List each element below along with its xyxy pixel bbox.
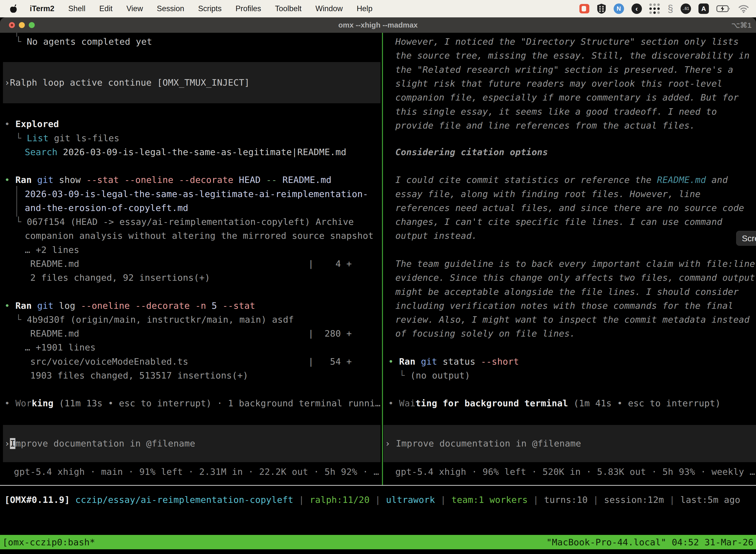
omx-version: [OMX#0.11.9] (4, 495, 70, 505)
screen: iTerm2 Shell Edit View Session Scripts P… (0, 0, 756, 554)
ran-git-show-line: • Ran git show --stat --oneline --decora… (4, 174, 332, 185)
reasoning-para2-line4: changes, I can't cite specific file line… (395, 216, 722, 227)
waiting-status-line: • Waiting for background terminal (1m 41… (388, 398, 720, 409)
reasoning-para1-line1: However, I noticed the "Directory Struct… (395, 36, 739, 47)
reasoning-heading: Considering citation options (395, 147, 548, 158)
pane-divider[interactable] (382, 33, 383, 485)
left-pane[interactable]: └ No agents completed yet › Ralph loop a… (0, 33, 381, 554)
reasoning-para1-line6: this single essay, it seems like a good … (395, 106, 717, 117)
menu-item-iterm2[interactable]: iTerm2 (24, 4, 61, 13)
omx-turns: turns:10 (544, 495, 588, 505)
menu-item-toolbelt[interactable]: Toolbelt (268, 4, 309, 13)
wifi-icon[interactable] (738, 4, 749, 13)
right-prompt-input[interactable]: › Improve documentation in @filename (383, 425, 756, 462)
menu-status-icons: N ‹ § ..61 A (579, 3, 756, 14)
menu-item-shell[interactable]: Shell (61, 4, 92, 13)
badge-61-icon[interactable]: ..61 (681, 3, 691, 14)
screen-share-tooltip[interactable]: Scre (736, 231, 756, 246)
reasoning-para1-line7: provide file and line references from th… (395, 120, 695, 131)
summary-513517-insertions: 1903 files changed, 513517 insertions(+) (30, 370, 248, 381)
no-agents-line: └ No agents completed yet (16, 36, 152, 47)
shield-grid-icon[interactable] (597, 3, 606, 14)
reasoning-para1-line5: companion file, especially if more comme… (395, 92, 739, 103)
no-output-line: └ (no output) (399, 370, 470, 381)
squiggle-icon[interactable]: § (668, 4, 673, 14)
terminal-area: └ No agents completed yet › Ralph loop a… (0, 33, 756, 554)
omx-team: team:1 workers (451, 495, 528, 505)
menu-item-scripts[interactable]: Scripts (191, 4, 229, 13)
left-prompt-input[interactable]: › Improve documentation in @filename (3, 425, 380, 462)
explored-list-line: └ List git ls-files (16, 133, 120, 144)
working-status-line: • Working (11m 13s • esc to interrupt) ·… (4, 398, 380, 409)
reasoning-para3-line4: including verification notes with those … (395, 300, 733, 311)
essay-filename-line-1: 2026-03-09-is-legal-the-same-as-legitima… (25, 189, 368, 200)
n-badge-icon[interactable]: N (614, 3, 624, 14)
reasoning-para3-line6: of focusing solely on file lines. (395, 328, 575, 339)
omx-mode: ultrawork (386, 495, 435, 505)
readme-link[interactable]: README.md (657, 175, 706, 185)
a-badge-icon[interactable]: A (698, 3, 709, 14)
reasoning-para1-line4: slight risk that future readers may over… (395, 78, 722, 89)
omx-last: last:5m ago (680, 495, 740, 505)
tmux-status-bar: [omx-cczip0:bash*"MacBook-Pro-44.local" … (0, 535, 756, 549)
reasoning-para3-line2: evidence. Since this change only affects… (395, 272, 755, 283)
window-titlebar: omx --xhigh --madmax ⌥⌘1 (0, 17, 756, 33)
reasoning-para2-line3: references need actual files, and since … (395, 203, 744, 214)
window-title: omx --xhigh --madmax (0, 17, 756, 33)
menu-items: iTerm2 Shell Edit View Session Scripts P… (24, 4, 379, 13)
ran-git-status-line: • Ran git status --short (388, 356, 519, 367)
reasoning-para3-line5: review. Also, I might want to inspect th… (395, 314, 750, 325)
menu-item-help[interactable]: Help (350, 4, 379, 13)
more-2-lines: … +2 lines (25, 244, 79, 256)
omx-status-bar: [OMX#0.11.9] cczip/essay/ai-reimplementa… (4, 494, 740, 505)
chevron-circle-icon[interactable]: ‹ (631, 3, 642, 14)
summary-92-insertions: 2 files changed, 92 insertions(+) (30, 272, 210, 283)
right-model-statusline: gpt-5.4 xhigh · 96% left · 520K in · 5.8… (395, 466, 755, 477)
omx-session: session:12m (604, 495, 664, 505)
stat-voice-54: src/voice/voiceModeEnabled.ts | 54 + (30, 356, 352, 367)
reasoning-para3-line3: might be acceptable alongside the file l… (395, 286, 739, 297)
ran-git-log-line: • Ran git log --oneline --decorate -n 5 … (4, 300, 255, 311)
commit-067f154-line-2: companion analysis without altering the … (25, 230, 374, 241)
menu-item-profiles[interactable]: Profiles (229, 4, 268, 13)
explored-header: • Explored (4, 119, 59, 129)
reasoning-para2-line2: essay file, along with finding root file… (395, 189, 701, 200)
menu-item-edit[interactable]: Edit (92, 4, 119, 13)
menu-item-session[interactable]: Session (150, 4, 191, 13)
reasoning-para2-line1: I could cite commit statistics or refere… (395, 174, 728, 185)
essay-filename-line-2: and-the-erosion-of-copyleft.md (25, 203, 188, 214)
text-cursor: I (10, 438, 15, 449)
tmux-session-window[interactable]: [omx-cczip0:bash* (2, 537, 95, 547)
omx-ralph-count: ralph:11/20 (310, 495, 370, 505)
window-shortcut-hint: ⌥⌘1 (732, 17, 752, 33)
reasoning-para3-line1: The team guideline is to back every impo… (395, 258, 755, 269)
reasoning-para1-line3: the "Related research writing" section i… (395, 64, 733, 75)
menu-bar: iTerm2 Shell Edit View Session Scripts P… (0, 0, 756, 17)
apple-menu-icon[interactable] (9, 4, 17, 13)
ralph-loop-banner: › Ralph loop active continue [OMX_TMUX_I… (3, 62, 380, 103)
explored-search-line: Search 2026-03-09-is-legal-the-same-as-l… (25, 147, 346, 158)
omx-branch-path: cczip/essay/ai-reimplementation-copyleft (75, 495, 294, 505)
stat-readme-280: README.md | 280 + (30, 328, 352, 339)
dots-grid-icon[interactable] (649, 3, 660, 14)
statusbar-divider (0, 485, 756, 486)
commit-4b9d30f-line: └ 4b9d30f (origin/main, instructkr/main,… (16, 314, 294, 325)
battery-icon[interactable] (716, 5, 731, 12)
reasoning-para1-line2: the source tree, missing the essay. Stil… (395, 50, 750, 61)
stat-readme-4: README.md | 4 + (30, 258, 352, 269)
menu-item-view[interactable]: View (120, 4, 150, 13)
menu-item-window[interactable]: Window (309, 4, 350, 13)
right-pane[interactable]: However, I noticed the "Directory Struct… (383, 33, 756, 554)
left-model-statusline: gpt-5.4 xhigh · main · 91% left · 2.31M … (14, 466, 379, 477)
iterm-window: omx --xhigh --madmax ⌥⌘1 └ No agents com… (0, 17, 756, 554)
more-1901-lines: … +1901 lines (25, 342, 96, 353)
reasoning-para2-line5: output instead. (395, 230, 477, 241)
commit-067f154-line: └ 067f154 (HEAD -> essay/ai-reimplementa… (16, 216, 354, 227)
screen-record-icon[interactable] (579, 4, 589, 13)
tree-line-connector (16, 186, 17, 217)
tmux-host-clock: "MacBook-Pro-44.local" 04:52 31-Mar-26 (547, 537, 754, 547)
